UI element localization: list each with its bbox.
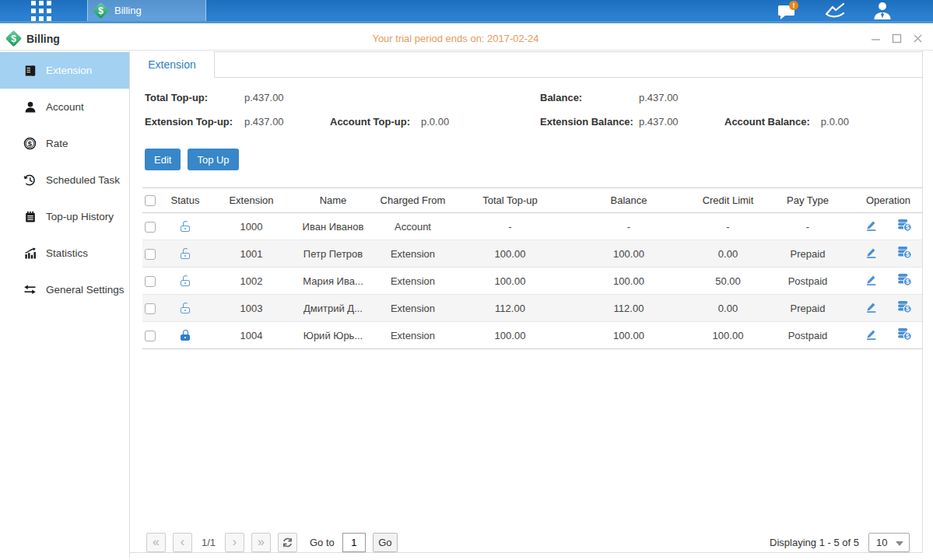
summary-label: Balance: [540,92,639,103]
pagination-bar: « ‹ 1/1 › » Go to Go Displaying 1 - 5 of… [146,532,910,552]
sidebar-item-extension[interactable]: Extension [0,52,129,89]
account-icon [23,100,37,114]
tab-strip: Extension [130,51,922,78]
svg-text:$: $ [906,278,910,285]
lock-status-icon[interactable] [179,247,191,260]
summary-value: p.0.00 [821,116,849,128]
summary-label: Account Balance: [724,116,810,128]
col-status: Status [166,188,205,213]
table-row: 1003 Дмитрий Д... Extension 112.00 112.0… [142,295,922,322]
scheduled-task-icon [23,173,37,187]
summary-account_topup: Account Top-up:p.0.00 [330,116,449,128]
summary-extension_topup: Extension Top-up:p.437.00 [145,116,284,128]
goto-label: Go to [310,537,335,548]
sidebar-item-account[interactable]: Account [0,89,129,125]
billing-window-icon: $ [6,31,21,46]
lock-status-icon[interactable] [179,220,191,233]
lock-status-icon[interactable] [179,302,191,314]
top-up-row-icon[interactable]: $ [897,246,912,261]
svg-text:$: $ [906,250,910,258]
lock-status-icon[interactable] [179,329,191,341]
minimize-button[interactable] [870,33,881,44]
table-row: 1002 Мария Ива... Extension 100.00 100.0… [142,268,922,295]
sidebar-item-scheduled-task[interactable]: Scheduled Task [0,162,129,198]
edit-row-icon[interactable] [865,300,878,316]
summary-balance: Balance:p.437.00 [540,92,679,103]
col-extension: Extension [205,188,298,213]
select-all-checkbox[interactable] [145,195,156,206]
col-balance: Balance [563,188,695,213]
top-up-row-icon[interactable]: $ [897,327,912,343]
edit-row-icon[interactable] [865,273,878,289]
summary-section: Total Top-up:p.437.00Balance:p.437.00Ext… [145,90,910,140]
window-title: Billing [26,33,60,45]
edit-row-icon[interactable] [865,246,878,261]
col-name: Name [298,188,368,213]
taskbar-item-billing[interactable]: $ Billing [87,0,206,21]
top-up-row-icon[interactable]: $ [897,219,912,234]
statistics-icon [23,247,37,260]
col-charged-from: Charged From [368,188,458,213]
sidebar-item-statistics[interactable]: Statistics [0,235,129,271]
first-page-button[interactable]: « [146,533,166,552]
row-checkbox[interactable] [145,222,156,233]
summary-label: Extension Top-up: [145,116,244,128]
extension-icon [23,64,37,77]
tab-extension[interactable]: Extension [130,51,214,78]
sidebar-item-rate[interactable]: $ Rate [0,125,129,162]
maximize-button[interactable] [891,33,902,44]
last-page-button[interactable]: » [251,533,271,552]
refresh-button[interactable] [278,533,297,552]
prev-page-button[interactable]: ‹ [173,533,192,552]
col-total-topup: Total Top-up [458,188,563,213]
caret-down-icon [896,541,903,546]
window-title-bar: $ Billing Your trial period ends on: 201… [0,23,933,51]
next-page-button[interactable]: › [225,533,244,552]
top-up-row-icon[interactable]: $ [897,300,912,316]
displaying-label: Displaying 1 - 5 of 5 [770,537,859,548]
sidebar-item-general-settings[interactable]: General Settings [0,271,129,308]
svg-text:$: $ [28,139,33,148]
user-icon[interactable] [871,1,894,21]
summary-value: p.437.00 [639,92,679,103]
edit-button[interactable]: Edit [145,149,181,170]
lock-status-icon[interactable] [179,275,191,287]
col-pay-type: Pay Type [761,188,854,213]
summary-label: Total Top-up: [145,92,244,103]
edit-row-icon[interactable] [865,327,878,343]
top-up-button[interactable]: Top Up [188,149,238,170]
top-up-row-icon[interactable]: $ [897,273,912,289]
edit-row-icon[interactable] [865,219,878,234]
goto-page-input[interactable] [342,533,366,552]
page-size-select[interactable]: 10 [868,533,910,552]
apps-grid-icon[interactable] [30,0,53,22]
chat-icon[interactable]: ! [776,1,799,21]
summary-total_topup: Total Top-up:p.437.00 [145,92,284,103]
summary-value: p.437.00 [244,116,284,128]
table-row: 1004 Юрий Юрь... Extension 100.00 100.00… [142,322,922,349]
table-row: 1001 Петр Петров Extension 100.00 100.00… [142,240,922,268]
sidebar: Extension Account $ Rate Scheduled Task … [0,51,130,558]
row-checkbox[interactable] [145,331,156,341]
summary-value: p.0.00 [421,116,449,128]
row-checkbox[interactable] [145,276,156,287]
extensions-table: Status Extension Name Charged From Total… [142,187,922,349]
row-checkbox[interactable] [145,249,156,260]
trend-icon[interactable] [823,1,847,21]
svg-text:!: ! [793,2,795,9]
summary-label: Extension Balance: [540,116,639,128]
close-button[interactable] [912,33,923,44]
top-bar: $ Billing ! [0,0,933,23]
row-checkbox[interactable] [145,303,156,314]
svg-text:$: $ [906,305,910,313]
summary-account_balance: Account Balance:p.0.00 [724,116,849,128]
summary-value: p.437.00 [244,92,284,103]
sidebar-item-topup-history[interactable]: Top-up History [0,198,129,235]
general-settings-icon [23,283,37,296]
svg-text:$: $ [906,332,910,340]
taskbar-item-label: Billing [114,5,142,16]
topup-history-icon [23,210,37,223]
col-operation: Operation [854,188,922,213]
go-button[interactable]: Go [373,533,398,552]
page-indicator: 1/1 [192,537,225,548]
